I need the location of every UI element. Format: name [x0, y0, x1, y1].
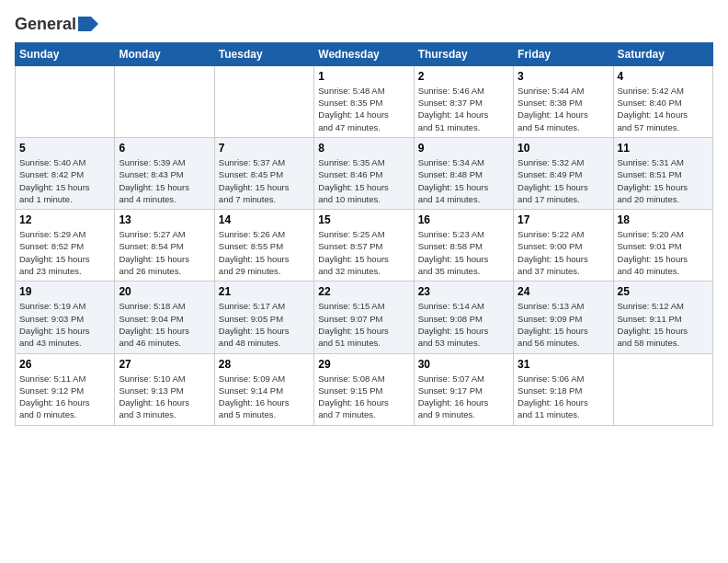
day-number: 16: [418, 213, 509, 226]
day-info: Sunrise: 5:39 AM Sunset: 8:43 PM Dayligh…: [119, 156, 210, 205]
calendar-cell: 27Sunrise: 5:10 AM Sunset: 9:13 PM Dayli…: [115, 353, 214, 425]
day-number: 18: [618, 213, 709, 226]
day-of-week-header: Tuesday: [214, 42, 313, 65]
day-info: Sunrise: 5:46 AM Sunset: 8:37 PM Dayligh…: [418, 85, 509, 133]
calendar-week-row: 5Sunrise: 5:40 AM Sunset: 8:42 PM Daylig…: [16, 137, 713, 209]
day-number: 5: [19, 142, 110, 155]
day-info: Sunrise: 5:44 AM Sunset: 8:38 PM Dayligh…: [518, 85, 609, 133]
day-info: Sunrise: 5:34 AM Sunset: 8:48 PM Dayligh…: [418, 156, 509, 205]
day-number: 27: [119, 358, 210, 371]
day-info: Sunrise: 5:29 AM Sunset: 8:52 PM Dayligh…: [19, 228, 110, 277]
day-info: Sunrise: 5:11 AM Sunset: 9:12 PM Dayligh…: [19, 373, 110, 421]
calendar-header-row: SundayMondayTuesdayWednesdayThursdayFrid…: [16, 42, 713, 65]
calendar-cell: 21Sunrise: 5:17 AM Sunset: 9:05 PM Dayli…: [214, 282, 313, 353]
day-number: 15: [318, 213, 409, 226]
day-number: 29: [318, 358, 409, 371]
calendar-cell: 12Sunrise: 5:29 AM Sunset: 8:52 PM Dayli…: [16, 210, 115, 282]
day-info: Sunrise: 5:32 AM Sunset: 8:49 PM Dayligh…: [518, 156, 609, 205]
calendar-cell: 8Sunrise: 5:35 AM Sunset: 8:46 PM Daylig…: [314, 137, 414, 209]
day-of-week-header: Thursday: [414, 42, 513, 65]
day-of-week-header: Saturday: [613, 42, 712, 65]
day-number: 13: [119, 213, 210, 226]
calendar-cell: 2Sunrise: 5:46 AM Sunset: 8:37 PM Daylig…: [414, 65, 513, 137]
calendar-cell: 17Sunrise: 5:22 AM Sunset: 9:00 PM Dayli…: [514, 210, 613, 282]
calendar-cell: 26Sunrise: 5:11 AM Sunset: 9:12 PM Dayli…: [16, 353, 115, 425]
day-number: 9: [418, 142, 509, 155]
day-info: Sunrise: 5:48 AM Sunset: 8:35 PM Dayligh…: [318, 85, 409, 133]
day-number: 12: [19, 213, 110, 226]
calendar-cell: 29Sunrise: 5:08 AM Sunset: 9:15 PM Dayli…: [314, 353, 414, 425]
day-number: 3: [518, 70, 609, 83]
page-header: General: [15, 15, 713, 35]
calendar-cell: 11Sunrise: 5:31 AM Sunset: 8:51 PM Dayli…: [613, 137, 712, 209]
day-info: Sunrise: 5:31 AM Sunset: 8:51 PM Dayligh…: [618, 156, 709, 205]
calendar-cell: 31Sunrise: 5:06 AM Sunset: 9:18 PM Dayli…: [514, 353, 613, 425]
day-number: 11: [618, 142, 709, 155]
calendar-cell: [613, 353, 712, 425]
calendar-week-row: 12Sunrise: 5:29 AM Sunset: 8:52 PM Dayli…: [16, 210, 713, 282]
day-of-week-header: Monday: [115, 42, 214, 65]
calendar-cell: [16, 65, 115, 137]
day-info: Sunrise: 5:06 AM Sunset: 9:18 PM Dayligh…: [518, 373, 609, 421]
day-number: 26: [19, 358, 110, 371]
calendar-week-row: 1Sunrise: 5:48 AM Sunset: 8:35 PM Daylig…: [16, 65, 713, 137]
day-number: 24: [518, 285, 609, 298]
calendar-cell: [115, 65, 214, 137]
day-number: 25: [618, 285, 709, 298]
day-info: Sunrise: 5:10 AM Sunset: 9:13 PM Dayligh…: [119, 373, 210, 421]
day-info: Sunrise: 5:17 AM Sunset: 9:05 PM Dayligh…: [219, 300, 310, 349]
calendar-cell: 18Sunrise: 5:20 AM Sunset: 9:01 PM Dayli…: [613, 210, 712, 282]
calendar-cell: 10Sunrise: 5:32 AM Sunset: 8:49 PM Dayli…: [514, 137, 613, 209]
day-number: 6: [119, 142, 210, 155]
calendar-cell: 1Sunrise: 5:48 AM Sunset: 8:35 PM Daylig…: [314, 65, 414, 137]
day-info: Sunrise: 5:42 AM Sunset: 8:40 PM Dayligh…: [618, 85, 709, 133]
calendar-week-row: 26Sunrise: 5:11 AM Sunset: 9:12 PM Dayli…: [16, 353, 713, 425]
day-of-week-header: Wednesday: [314, 42, 414, 65]
day-of-week-header: Friday: [514, 42, 613, 65]
calendar-cell: [214, 65, 313, 137]
day-info: Sunrise: 5:13 AM Sunset: 9:09 PM Dayligh…: [518, 300, 609, 349]
calendar-cell: 23Sunrise: 5:14 AM Sunset: 9:08 PM Dayli…: [414, 282, 513, 353]
calendar-cell: 19Sunrise: 5:19 AM Sunset: 9:03 PM Dayli…: [16, 282, 115, 353]
day-number: 31: [518, 358, 609, 371]
day-number: 28: [219, 358, 310, 371]
day-info: Sunrise: 5:27 AM Sunset: 8:54 PM Dayligh…: [119, 228, 210, 277]
day-info: Sunrise: 5:08 AM Sunset: 9:15 PM Dayligh…: [318, 373, 409, 421]
calendar-cell: 30Sunrise: 5:07 AM Sunset: 9:17 PM Dayli…: [414, 353, 513, 425]
day-of-week-header: Sunday: [16, 42, 115, 65]
calendar-cell: 4Sunrise: 5:42 AM Sunset: 8:40 PM Daylig…: [613, 65, 712, 137]
calendar-cell: 13Sunrise: 5:27 AM Sunset: 8:54 PM Dayli…: [115, 210, 214, 282]
day-number: 10: [518, 142, 609, 155]
day-number: 8: [318, 142, 409, 155]
day-info: Sunrise: 5:22 AM Sunset: 9:00 PM Dayligh…: [518, 228, 609, 277]
day-number: 23: [418, 285, 509, 298]
logo-icon: [78, 17, 98, 35]
day-info: Sunrise: 5:09 AM Sunset: 9:14 PM Dayligh…: [219, 373, 310, 421]
calendar-cell: 24Sunrise: 5:13 AM Sunset: 9:09 PM Dayli…: [514, 282, 613, 353]
calendar-cell: 22Sunrise: 5:15 AM Sunset: 9:07 PM Dayli…: [314, 282, 414, 353]
day-number: 4: [618, 70, 709, 83]
day-info: Sunrise: 5:20 AM Sunset: 9:01 PM Dayligh…: [618, 228, 709, 277]
day-info: Sunrise: 5:23 AM Sunset: 8:58 PM Dayligh…: [418, 228, 509, 277]
day-info: Sunrise: 5:18 AM Sunset: 9:04 PM Dayligh…: [119, 300, 210, 349]
calendar-cell: 7Sunrise: 5:37 AM Sunset: 8:45 PM Daylig…: [214, 137, 313, 209]
day-info: Sunrise: 5:25 AM Sunset: 8:57 PM Dayligh…: [318, 228, 409, 277]
day-info: Sunrise: 5:12 AM Sunset: 9:11 PM Dayligh…: [618, 300, 709, 349]
day-info: Sunrise: 5:26 AM Sunset: 8:55 PM Dayligh…: [219, 228, 310, 277]
day-info: Sunrise: 5:14 AM Sunset: 9:08 PM Dayligh…: [418, 300, 509, 349]
day-info: Sunrise: 5:07 AM Sunset: 9:17 PM Dayligh…: [418, 373, 509, 421]
calendar-week-row: 19Sunrise: 5:19 AM Sunset: 9:03 PM Dayli…: [16, 282, 713, 353]
logo-text: General: [15, 15, 98, 35]
svg-marker-0: [78, 17, 98, 31]
day-number: 20: [119, 285, 210, 298]
calendar-cell: 28Sunrise: 5:09 AM Sunset: 9:14 PM Dayli…: [214, 353, 313, 425]
day-number: 30: [418, 358, 509, 371]
day-number: 22: [318, 285, 409, 298]
calendar-table: SundayMondayTuesdayWednesdayThursdayFrid…: [15, 42, 713, 426]
day-info: Sunrise: 5:15 AM Sunset: 9:07 PM Dayligh…: [318, 300, 409, 349]
calendar-cell: 5Sunrise: 5:40 AM Sunset: 8:42 PM Daylig…: [16, 137, 115, 209]
calendar-cell: 20Sunrise: 5:18 AM Sunset: 9:04 PM Dayli…: [115, 282, 214, 353]
day-info: Sunrise: 5:35 AM Sunset: 8:46 PM Dayligh…: [318, 156, 409, 205]
day-number: 7: [219, 142, 310, 155]
day-number: 17: [518, 213, 609, 226]
